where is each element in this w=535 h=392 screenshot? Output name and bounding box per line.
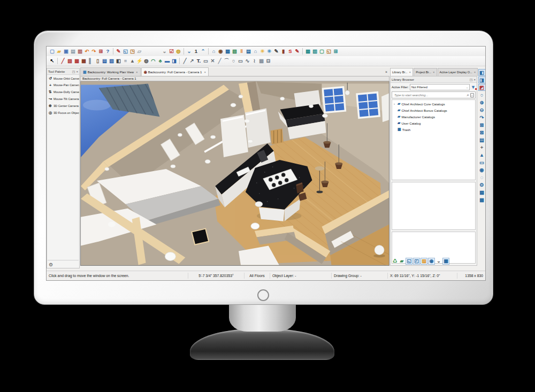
tool-palette-item[interactable]: ↝ Mouse-Tilt Camera [47,95,79,102]
side-toolbar-icon[interactable]: ⊠ [478,129,486,136]
library-tree-item[interactable]: › ▰ Chief Architect Core Catalogs [392,101,475,107]
toolbar-icon[interactable]: ▦ [304,48,311,55]
toolbar-icon[interactable]: ▰ [56,48,63,55]
toolbar-icon[interactable]: ▥ [311,48,318,55]
tab-close-icon[interactable]: × [136,71,138,74]
toolbar-icon[interactable]: ⌄ [186,48,193,55]
library-tree-item[interactable]: ▰ Chief Architect Bonus Catalogs [392,107,475,113]
toolbar-icon[interactable]: ⊞ [97,48,104,55]
toolbar-icon[interactable]: ▤ [245,48,252,55]
toolbar-icon[interactable]: ╱ [181,57,188,65]
toolbar-icon[interactable]: ○ [230,57,237,65]
side-toolbar-icon[interactable]: ○ [478,91,486,98]
toolbar-icon[interactable]: ▭ [202,57,209,65]
side-toolbar-icon[interactable]: ⊠ [478,121,486,128]
toolbar-icon[interactable]: ▥ [108,57,115,65]
side-tab-close-icon[interactable]: × [433,71,435,74]
toolbar-icon[interactable]: ▤ [70,48,77,55]
side-toolbar-icon[interactable]: ↷ [478,114,486,121]
toolbar-icon[interactable]: ⌃ [200,48,207,55]
side-toolbar-icon[interactable]: ▲ [478,151,486,158]
side-tab-close-icon[interactable]: × [409,71,411,74]
tool-palette-item[interactable]: ⊕ 3D Center Camera on Poi [47,102,79,109]
gear-icon[interactable]: ⚙ [49,262,53,267]
toolbar-icon[interactable]: ✕ [209,57,216,65]
toolbar-icon[interactable]: ‖ [238,48,245,55]
side-tab-close-icon[interactable]: × [474,71,476,74]
document-tab[interactable]: ▦ Backcountry: Working Plan View × [80,67,141,76]
library-toolbar-icon[interactable]: ◱ [406,258,412,265]
library-toolbar-icon[interactable]: ⌄ [435,258,442,265]
toolbar-icon[interactable]: ▢ [49,48,56,55]
toolbar-icon[interactable]: ▥ [77,48,83,55]
toolbar-icon[interactable]: ✎ [115,48,122,55]
side-panel-tab[interactable]: Library Br... × [390,68,413,76]
pin-icon[interactable]: ◳ [72,70,75,73]
palette-splitter[interactable] [48,260,79,260]
library-tree-item[interactable]: ▦ Trash [392,126,475,133]
toolbar-icon[interactable]: ♣ [157,57,164,65]
search-icon[interactable]: ⌕ [467,93,469,97]
toolbar-icon[interactable]: ⌂ [252,48,259,55]
tool-palette-item[interactable]: ◎ 3D Focus on Object [47,109,79,116]
toolbar-icon[interactable]: S [287,48,294,55]
toolbar-icon[interactable]: ▱ [136,48,143,55]
filter-dropdown[interactable]: Not Filtered ⌄ [410,84,470,90]
library-tree-item[interactable]: ▰ User Catalog [392,120,475,126]
toolbar-icon[interactable]: ▢ [318,48,325,55]
toolbar-icon[interactable]: ✳ [266,48,273,55]
library-toolbar-icon[interactable]: ◉ [428,258,435,265]
toolbar-icon[interactable]: ⊞ [332,48,339,55]
toolbar-icon[interactable]: ▧ [231,48,238,55]
toolbar-icon[interactable]: ↶ [83,48,90,55]
viewport-3d-canvas[interactable] [80,81,389,266]
side-toolbar-icon[interactable]: ⚙ [478,181,486,188]
side-toolbar-icon[interactable]: + [478,144,486,151]
toolbar-icon[interactable]: ▲ [129,57,136,65]
pin-icon[interactable]: ◳ [470,78,473,81]
toolbar-icon[interactable]: ☑ [168,48,175,55]
toolbar-icon[interactable]: ▭ [237,57,244,65]
library-tree-item[interactable]: ▰ Manufacturer Catalogs [392,113,475,120]
toolbar-icon[interactable]: ◠ [150,57,157,65]
side-toolbar-icon[interactable]: ◉ [478,166,486,173]
document-tab[interactable]: ◉ Backcountry: Full Camera - Camera 1 × [141,67,209,76]
side-toolbar-icon[interactable]: ◩ [478,84,486,91]
side-toolbar-icon[interactable]: ◧ [478,69,486,76]
toolbar-icon[interactable]: T. [195,57,202,65]
side-toolbar-icon[interactable]: ▤ [478,136,486,143]
tool-palette-item[interactable]: ↺ Mouse-Orbit Camera [47,75,79,82]
toolbar-icon[interactable]: ▧ [66,57,73,65]
toolbar-icon[interactable]: ⌄ [161,48,168,55]
tree-expander-icon[interactable]: › [394,102,396,105]
toolbar-icon[interactable]: ▦ [73,57,80,65]
toolbar-icon[interactable]: ▦ [258,57,265,65]
toolbar-icon[interactable]: ≡ [122,57,129,65]
side-toolbar-icon[interactable]: ⊕ [478,99,486,106]
side-toolbar-icon[interactable]: ◌ [478,174,486,181]
toolbar-icon[interactable]: ≀ [251,57,258,65]
toolbar-icon[interactable]: ◉ [217,48,224,55]
toolbar-icon[interactable]: ∿ [244,57,251,65]
toolbar-icon[interactable]: ◱ [122,48,129,55]
toolbar-icon[interactable]: ✎ [273,48,280,55]
toolbar-icon[interactable]: ↷ [90,48,97,55]
side-toolbar-icon[interactable]: ⊖ [478,106,486,113]
toolbar-icon[interactable]: ☀ [259,48,266,55]
toolbar-icon[interactable]: ╱ [59,57,66,65]
side-toolbar-icon[interactable]: ▦ [478,189,486,196]
library-toolbar-icon[interactable]: ▰ [399,258,405,265]
toolbar-icon[interactable]: ⌒ [223,57,230,65]
toolbar-icon[interactable]: ◍ [143,57,150,65]
toolbar-icon[interactable]: ▤ [101,57,108,65]
toolbar-icon[interactable]: ◨ [171,57,178,65]
toolbar-icon[interactable]: ▌ [87,57,94,65]
toolbar-icon[interactable]: ↗ [188,57,195,65]
toolbar-icon[interactable]: ◳ [129,48,136,55]
filter-funnel-icon[interactable]: ▼ [471,85,476,90]
toolbar-icon[interactable]: ✎ [294,48,301,55]
library-toolbar-icon[interactable]: ◰ [413,258,420,265]
toolbar-icon[interactable]: ? [104,48,111,55]
side-toolbar-icon[interactable]: ▭ [478,159,486,166]
tabbar-close-icon[interactable]: × [385,70,387,74]
